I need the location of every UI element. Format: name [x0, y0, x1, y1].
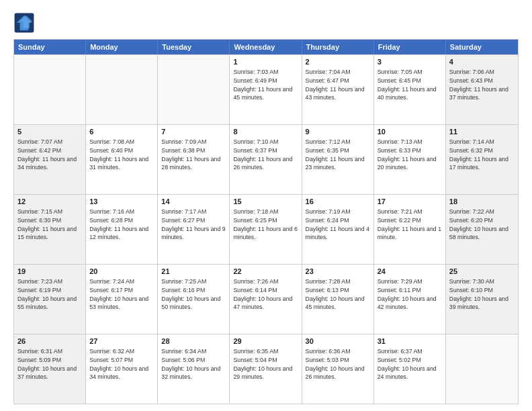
page: SundayMondayTuesdayWednesdayThursdayFrid… — [0, 0, 532, 411]
day-number: 2 — [306, 57, 370, 67]
calendar-cell — [446, 334, 518, 404]
calendar-cell: 29Sunrise: 6:35 AM Sunset: 5:04 PM Dayli… — [230, 334, 302, 404]
calendar-row-3: 19Sunrise: 7:23 AM Sunset: 6:19 PM Dayli… — [14, 264, 518, 334]
cell-info: Sunrise: 7:24 AM Sunset: 6:17 PM Dayligh… — [89, 278, 150, 311]
calendar-cell: 26Sunrise: 6:31 AM Sunset: 5:09 PM Dayli… — [14, 334, 86, 404]
day-number: 15 — [233, 197, 298, 207]
calendar-cell: 13Sunrise: 7:16 AM Sunset: 6:28 PM Dayli… — [86, 195, 158, 264]
calendar-cell: 9Sunrise: 7:12 AM Sunset: 6:35 PM Daylig… — [302, 125, 374, 194]
calendar-cell: 22Sunrise: 7:26 AM Sunset: 6:14 PM Dayli… — [230, 265, 302, 334]
cell-info: Sunrise: 7:12 AM Sunset: 6:35 PM Dayligh… — [306, 138, 366, 171]
calendar-cell: 2Sunrise: 7:04 AM Sunset: 6:47 PM Daylig… — [302, 55, 374, 124]
cell-info: Sunrise: 7:05 AM Sunset: 6:45 PM Dayligh… — [378, 68, 438, 101]
logo — [13, 12, 38, 34]
header-cell-tuesday: Tuesday — [158, 40, 230, 54]
calendar-cell: 18Sunrise: 7:22 AM Sunset: 6:20 PM Dayli… — [446, 195, 518, 264]
header-cell-monday: Monday — [86, 40, 158, 54]
calendar-cell: 27Sunrise: 6:32 AM Sunset: 5:07 PM Dayli… — [86, 334, 158, 404]
header — [13, 12, 519, 34]
day-number: 11 — [449, 127, 515, 137]
cell-info: Sunrise: 7:26 AM Sunset: 6:14 PM Dayligh… — [233, 278, 294, 311]
cell-info: Sunrise: 7:19 AM Sunset: 6:24 PM Dayligh… — [306, 208, 371, 241]
day-number: 16 — [306, 197, 370, 207]
cell-info: Sunrise: 6:32 AM Sunset: 5:07 PM Dayligh… — [89, 348, 150, 381]
day-number: 23 — [306, 267, 370, 277]
cell-info: Sunrise: 7:06 AM Sunset: 6:43 PM Dayligh… — [449, 68, 510, 101]
calendar-cell: 4Sunrise: 7:06 AM Sunset: 6:43 PM Daylig… — [446, 55, 518, 124]
cell-info: Sunrise: 7:18 AM Sunset: 6:25 PM Dayligh… — [233, 208, 299, 241]
calendar-cell: 6Sunrise: 7:08 AM Sunset: 6:40 PM Daylig… — [86, 125, 158, 194]
day-number: 28 — [161, 336, 226, 347]
cell-info: Sunrise: 7:15 AM Sunset: 6:30 PM Dayligh… — [17, 208, 78, 241]
calendar-cell: 11Sunrise: 7:14 AM Sunset: 6:32 PM Dayli… — [446, 125, 518, 194]
calendar: SundayMondayTuesdayWednesdayThursdayFrid… — [13, 39, 519, 404]
cell-info: Sunrise: 7:08 AM Sunset: 6:40 PM Dayligh… — [89, 138, 150, 171]
cell-info: Sunrise: 7:07 AM Sunset: 6:42 PM Dayligh… — [17, 138, 78, 171]
logo-icon — [13, 12, 35, 34]
day-number: 14 — [161, 197, 226, 207]
calendar-cell: 16Sunrise: 7:19 AM Sunset: 6:24 PM Dayli… — [302, 195, 374, 264]
calendar-cell: 17Sunrise: 7:21 AM Sunset: 6:22 PM Dayli… — [374, 195, 446, 264]
day-number: 18 — [449, 197, 515, 207]
cell-info: Sunrise: 7:13 AM Sunset: 6:33 PM Dayligh… — [378, 138, 438, 171]
day-number: 29 — [233, 336, 298, 347]
day-number: 17 — [378, 197, 442, 207]
calendar-cell: 3Sunrise: 7:05 AM Sunset: 6:45 PM Daylig… — [374, 55, 446, 124]
calendar-row-2: 12Sunrise: 7:15 AM Sunset: 6:30 PM Dayli… — [14, 194, 518, 264]
calendar-cell — [86, 55, 158, 124]
calendar-cell: 28Sunrise: 6:34 AM Sunset: 5:06 PM Dayli… — [158, 334, 230, 404]
day-number: 13 — [89, 197, 154, 207]
calendar-cell — [14, 55, 86, 124]
cell-info: Sunrise: 7:03 AM Sunset: 6:49 PM Dayligh… — [233, 68, 294, 101]
day-number: 3 — [378, 57, 442, 67]
calendar-row-0: 1Sunrise: 7:03 AM Sunset: 6:49 PM Daylig… — [14, 54, 518, 124]
day-number: 26 — [17, 336, 82, 347]
cell-info: Sunrise: 7:14 AM Sunset: 6:32 PM Dayligh… — [449, 138, 510, 171]
cell-info: Sunrise: 7:29 AM Sunset: 6:11 PM Dayligh… — [378, 278, 438, 311]
day-number: 30 — [306, 336, 370, 347]
header-cell-thursday: Thursday — [302, 40, 374, 54]
cell-info: Sunrise: 6:35 AM Sunset: 5:04 PM Dayligh… — [233, 348, 294, 381]
day-number: 24 — [378, 267, 442, 277]
calendar-row-1: 5Sunrise: 7:07 AM Sunset: 6:42 PM Daylig… — [14, 124, 518, 194]
calendar-cell: 7Sunrise: 7:09 AM Sunset: 6:38 PM Daylig… — [158, 125, 230, 194]
day-number: 10 — [378, 127, 442, 137]
calendar-cell: 5Sunrise: 7:07 AM Sunset: 6:42 PM Daylig… — [14, 125, 86, 194]
calendar-header-row: SundayMondayTuesdayWednesdayThursdayFrid… — [14, 40, 518, 54]
cell-info: Sunrise: 7:22 AM Sunset: 6:20 PM Dayligh… — [449, 208, 510, 241]
calendar-cell: 30Sunrise: 6:36 AM Sunset: 5:03 PM Dayli… — [302, 334, 374, 404]
calendar-cell: 14Sunrise: 7:17 AM Sunset: 6:27 PM Dayli… — [158, 195, 230, 264]
calendar-cell: 23Sunrise: 7:28 AM Sunset: 6:13 PM Dayli… — [302, 265, 374, 334]
day-number: 31 — [378, 336, 442, 347]
calendar-row-4: 26Sunrise: 6:31 AM Sunset: 5:09 PM Dayli… — [14, 334, 518, 404]
day-number: 20 — [89, 267, 154, 277]
calendar-cell: 20Sunrise: 7:24 AM Sunset: 6:17 PM Dayli… — [86, 265, 158, 334]
calendar-cell: 10Sunrise: 7:13 AM Sunset: 6:33 PM Dayli… — [374, 125, 446, 194]
cell-info: Sunrise: 6:36 AM Sunset: 5:03 PM Dayligh… — [306, 348, 366, 381]
day-number: 1 — [233, 57, 298, 67]
calendar-cell: 8Sunrise: 7:10 AM Sunset: 6:37 PM Daylig… — [230, 125, 302, 194]
day-number: 7 — [161, 127, 226, 137]
day-number: 19 — [17, 267, 82, 277]
cell-info: Sunrise: 7:25 AM Sunset: 6:16 PM Dayligh… — [161, 278, 222, 311]
cell-info: Sunrise: 7:23 AM Sunset: 6:19 PM Dayligh… — [17, 278, 78, 311]
cell-info: Sunrise: 7:09 AM Sunset: 6:38 PM Dayligh… — [161, 138, 222, 171]
calendar-body: 1Sunrise: 7:03 AM Sunset: 6:49 PM Daylig… — [14, 54, 518, 404]
day-number: 4 — [449, 57, 515, 67]
cell-info: Sunrise: 7:17 AM Sunset: 6:27 PM Dayligh… — [161, 208, 227, 241]
calendar-cell: 24Sunrise: 7:29 AM Sunset: 6:11 PM Dayli… — [374, 265, 446, 334]
day-number: 27 — [89, 336, 154, 347]
cell-info: Sunrise: 7:10 AM Sunset: 6:37 PM Dayligh… — [233, 138, 294, 171]
day-number: 12 — [17, 197, 82, 207]
header-cell-saturday: Saturday — [446, 40, 518, 54]
day-number: 9 — [306, 127, 370, 137]
header-cell-wednesday: Wednesday — [230, 40, 302, 54]
cell-info: Sunrise: 7:04 AM Sunset: 6:47 PM Dayligh… — [306, 68, 366, 101]
calendar-cell: 12Sunrise: 7:15 AM Sunset: 6:30 PM Dayli… — [14, 195, 86, 264]
cell-info: Sunrise: 6:37 AM Sunset: 5:02 PM Dayligh… — [378, 348, 438, 381]
day-number: 25 — [449, 267, 515, 277]
day-number: 22 — [233, 267, 298, 277]
cell-info: Sunrise: 7:30 AM Sunset: 6:10 PM Dayligh… — [449, 278, 510, 311]
day-number: 5 — [17, 127, 82, 137]
calendar-cell: 21Sunrise: 7:25 AM Sunset: 6:16 PM Dayli… — [158, 265, 230, 334]
